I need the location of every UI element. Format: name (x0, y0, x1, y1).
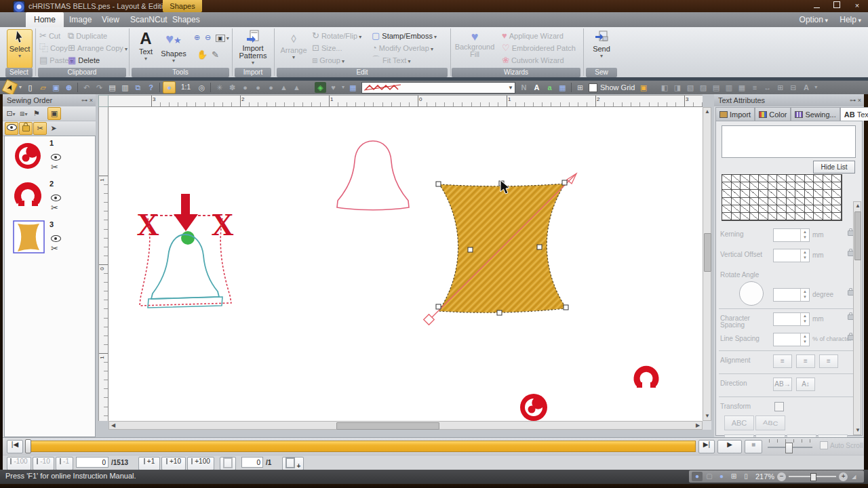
character-cell[interactable] (741, 175, 750, 182)
option-menu[interactable]: Option (800, 15, 828, 24)
help-menu[interactable]: Help (840, 15, 861, 24)
character-cell[interactable] (814, 175, 823, 182)
character-cell[interactable] (768, 190, 778, 197)
dot-view-3-icon[interactable]: ● (265, 82, 277, 93)
visibility-toggle-icon[interactable] (5, 122, 18, 135)
moveto-icon[interactable]: ⚑ (31, 108, 43, 119)
applique-wizard-button[interactable]: ♥Applique Wizard (502, 30, 564, 42)
align-right-button[interactable]: ≡ (819, 354, 838, 368)
character-cell[interactable] (722, 175, 732, 182)
sew-type-icon[interactable]: ▦ (347, 82, 359, 93)
text-attributes-icon[interactable]: A (531, 82, 542, 93)
stitch-view-icon[interactable]: ✳ (214, 82, 225, 93)
character-cell[interactable] (777, 205, 787, 213)
transform-style-button[interactable]: ABC (724, 415, 754, 430)
kerning-spinner[interactable]: ▲▼ (773, 228, 810, 242)
minus-1-button[interactable]: -1 (56, 457, 73, 470)
character-cell[interactable] (777, 213, 787, 220)
pan-hand-icon[interactable]: ✋ (197, 49, 208, 61)
plus-10-button[interactable]: +10 (161, 457, 186, 470)
character-cell[interactable] (741, 198, 750, 205)
trim-toggle-icon[interactable]: ✂ (33, 122, 47, 135)
play-button[interactable]: ▶ (717, 440, 742, 453)
redo-icon[interactable]: ↷ (94, 82, 105, 93)
plus-100-button[interactable]: +100 (187, 457, 214, 470)
character-cell[interactable] (759, 182, 768, 190)
character-cell[interactable] (777, 190, 787, 197)
character-cell[interactable] (777, 198, 787, 205)
item-trim-icon[interactable]: ✂ (51, 243, 58, 253)
background-fill-button[interactable]: ♥ Background Fill (453, 30, 496, 58)
select-mode-icon[interactable]: ➤ (47, 123, 60, 134)
stitch-number-input[interactable]: 0 (76, 457, 108, 468)
dot-view-1-icon[interactable]: ● (239, 82, 251, 93)
cut-button[interactable]: ✂Cut (39, 30, 60, 42)
character-cell[interactable] (768, 213, 778, 220)
character-cell[interactable] (741, 205, 750, 213)
character-cell[interactable] (768, 198, 778, 205)
bell-outline-pink[interactable] (337, 141, 409, 210)
minus-100-button[interactable]: -100 (7, 457, 31, 470)
stamp-emboss-button[interactable]: ▢Stamp/Emboss ▾ (372, 30, 437, 42)
character-cell[interactable] (722, 182, 732, 190)
duplicate-button[interactable]: ⧉Duplicate (68, 30, 107, 42)
character-cell[interactable] (814, 213, 823, 220)
character-cell[interactable] (814, 182, 823, 190)
overlay-window-icon[interactable]: ⧉ (132, 82, 144, 93)
character-cell[interactable] (805, 182, 814, 190)
character-cell[interactable] (795, 205, 805, 213)
character-cell[interactable] (759, 175, 768, 182)
save-icon[interactable]: ▣ (50, 82, 62, 93)
character-cell[interactable] (732, 205, 741, 213)
speed-slider[interactable] (768, 439, 812, 453)
character-cell[interactable] (823, 205, 833, 213)
minimize-button[interactable] (807, 1, 826, 11)
arrow-lr-icon[interactable]: ↔ (762, 82, 773, 93)
character-cell[interactable] (814, 190, 823, 197)
sewing-order-item-3-selected[interactable]: 3 ✂ (13, 220, 95, 258)
character-cell[interactable] (759, 213, 768, 220)
character-cell[interactable] (741, 182, 750, 190)
character-spacing-spinner[interactable]: ▲▼ (773, 312, 810, 326)
cutwork-wizard-button[interactable]: ❀Cutwork Wizard (502, 54, 564, 66)
character-cell[interactable] (787, 175, 796, 182)
character-cell[interactable] (750, 190, 760, 197)
design-canvas[interactable]: X X (108, 107, 703, 421)
character-cell[interactable] (823, 213, 833, 220)
stop-button[interactable]: ■ (745, 440, 762, 453)
character-cell[interactable] (805, 198, 814, 205)
zoom-fit-button[interactable]: ▣ ▾ (216, 31, 229, 43)
tab-sewing[interactable]: Sewing... (791, 107, 840, 121)
panel-scrollbar[interactable]: ▲ ▼ (853, 201, 861, 435)
character-cell[interactable] (768, 205, 778, 213)
select-button[interactable]: Select▾ (7, 29, 33, 68)
vertical-scrollbar[interactable]: ▲ ▼ (703, 107, 711, 421)
triangle-view-2-icon[interactable]: ▲ (291, 82, 302, 93)
show-grid-checkbox[interactable]: Show Grid (589, 83, 635, 92)
red-swirl-shape[interactable] (520, 394, 547, 421)
shapes-tool-button[interactable]: ♥★ Shapes▾ (159, 30, 189, 64)
panel-scroll-thumb[interactable] (854, 211, 861, 260)
measure-pen-icon[interactable]: ✎ (212, 49, 219, 61)
character-cell[interactable] (750, 205, 760, 213)
character-cell[interactable] (759, 205, 768, 213)
solid-view-icon[interactable]: ● (692, 472, 703, 481)
zoom-slider[interactable] (789, 472, 836, 481)
realistic-view-icon[interactable]: ● (163, 81, 176, 94)
copy-button[interactable]: ⿻Copy (39, 42, 68, 54)
character-cell[interactable] (832, 213, 842, 220)
panel-scroll-up-icon[interactable]: ▲ (854, 202, 862, 210)
page-view-icon[interactable]: ▯ (741, 472, 751, 481)
thread-color-icon[interactable]: ♥ (328, 82, 339, 93)
triangle-view-1-icon[interactable]: ▲ (278, 82, 290, 93)
transform-checkbox[interactable] (774, 402, 784, 411)
speed-knob[interactable] (785, 443, 793, 453)
help-icon[interactable]: ? (145, 82, 157, 93)
tab-shapes[interactable]: Shapes (164, 12, 208, 27)
align-center-button[interactable]: ≡ (796, 354, 815, 368)
scroll-right-icon[interactable]: ▶ (694, 422, 702, 430)
select-tool-caret[interactable]: ▾ (18, 82, 23, 93)
lines-tool-icon[interactable]: ≡ (749, 82, 760, 93)
embroidered-patch-button[interactable]: ♡Embroidered Patch (502, 42, 576, 54)
select-tool-icon[interactable]: ➤ (1, 79, 18, 96)
